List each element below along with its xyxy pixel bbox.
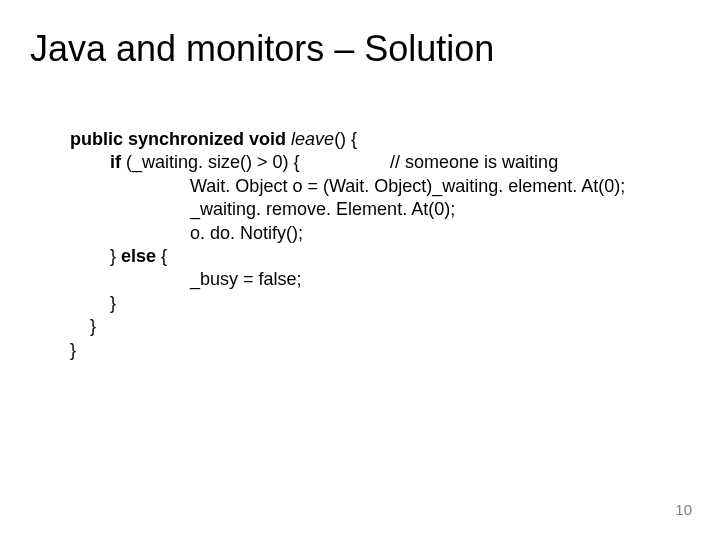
- brace-method: }: [90, 316, 96, 336]
- brace-class: }: [70, 340, 76, 360]
- kw-void: void: [249, 129, 286, 149]
- page-number: 10: [675, 501, 692, 518]
- method-name: leave: [291, 129, 334, 149]
- kw-else: else: [121, 246, 156, 266]
- code-block: public synchronized void leave() { if (_…: [70, 128, 660, 362]
- kw-public: public: [70, 129, 123, 149]
- line-busy: _busy = false;: [190, 269, 302, 289]
- line-remove: _waiting. remove. Element. At(0);: [190, 199, 455, 219]
- if-cond: (_waiting. size() > 0) {: [121, 152, 300, 172]
- sig-tail: () {: [334, 129, 357, 149]
- line-obj: Wait. Object o = (Wait. Object)_waiting.…: [190, 176, 625, 196]
- kw-if: if: [110, 152, 121, 172]
- else-close: {: [156, 246, 167, 266]
- kw-synchronized: synchronized: [128, 129, 244, 149]
- slide-title: Java and monitors – Solution: [30, 28, 494, 70]
- comment: // someone is waiting: [390, 152, 558, 172]
- line-notify: o. do. Notify();: [190, 223, 303, 243]
- else-open: }: [110, 246, 121, 266]
- slide: Java and monitors – Solution public sync…: [0, 0, 720, 540]
- brace-inner: }: [110, 293, 116, 313]
